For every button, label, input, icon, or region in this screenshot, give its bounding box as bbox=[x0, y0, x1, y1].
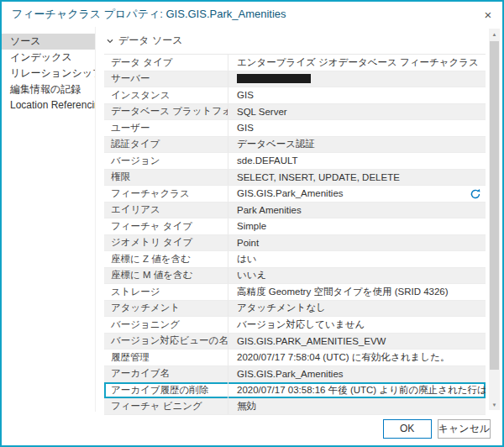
row-value: GIS bbox=[228, 87, 486, 103]
row-value: 2020/07/17 03:58:16 午後 (UTC) より前の廃止された行は… bbox=[228, 382, 486, 398]
row-label: 認証タイプ bbox=[104, 137, 228, 153]
table-row: インスタンスGIS bbox=[104, 87, 486, 104]
table-row: サーバー bbox=[104, 71, 486, 88]
row-label: データベース プラットフォーム bbox=[104, 104, 228, 120]
scrollbar[interactable]: ▲ ▼ bbox=[489, 29, 500, 410]
row-label: 座標に M 値を含む bbox=[104, 268, 228, 284]
row-label: ジオメトリ タイプ bbox=[104, 235, 228, 251]
dialog-footer: OK キャンセル bbox=[2, 412, 502, 445]
row-value: アタッチメントなし bbox=[228, 301, 486, 317]
row-label: ストレージ bbox=[104, 284, 228, 300]
section-title: データ ソース bbox=[118, 34, 182, 48]
row-value: データベース認証 bbox=[228, 137, 486, 153]
table-row: バージョンsde.DEFAULT bbox=[104, 153, 486, 170]
table-row: エイリアスPark Amenities bbox=[104, 202, 486, 219]
cancel-button[interactable]: キャンセル bbox=[438, 419, 491, 439]
sidebar-item-editor-tracking[interactable]: 編集情報の記録 bbox=[2, 82, 95, 97]
chevron-down-icon bbox=[106, 37, 114, 45]
row-label: 座標に Z 値を含む bbox=[104, 251, 228, 267]
row-value: バージョン対応していません bbox=[228, 317, 486, 333]
table-row: データベース プラットフォームSQL Server bbox=[104, 104, 486, 121]
dialog-title: フィーチャクラス プロパティ: GIS.GIS.Park_Amenities bbox=[12, 7, 286, 22]
row-label: アーカイブ履歴の削除 bbox=[104, 382, 228, 398]
row-value bbox=[228, 71, 486, 87]
row-label: サーバー bbox=[104, 71, 228, 87]
dialog-body: ソースインデックスリレーションシップ編集情報の記録Location Refere… bbox=[2, 27, 502, 412]
table-row: アタッチメントアタッチメントなし bbox=[104, 301, 486, 318]
row-label: インスタンス bbox=[104, 87, 228, 103]
row-label: フィーチャ ビニング bbox=[104, 399, 228, 415]
sidebar-item-indexes[interactable]: インデックス bbox=[2, 50, 95, 66]
feature-class-properties-dialog: フィーチャクラス プロパティ: GIS.GIS.Park_Amenities ×… bbox=[0, 0, 504, 447]
row-label: ユーザー bbox=[104, 120, 228, 136]
table-row: 認証タイプデータベース認証 bbox=[104, 137, 486, 154]
row-label: バージョニング bbox=[104, 317, 228, 333]
table-row: アーカイブ名GIS.GIS.Park_Amenities bbox=[104, 366, 486, 383]
row-label: アーカイブ名 bbox=[104, 366, 228, 382]
table-row: フィーチャ ビニング無効 bbox=[104, 399, 486, 416]
row-label: アタッチメント bbox=[104, 301, 228, 317]
row-value: Point bbox=[228, 235, 486, 251]
table-row: ユーザーGIS bbox=[104, 120, 486, 137]
row-label: フィーチャクラス bbox=[104, 186, 228, 202]
row-value: GIS bbox=[228, 120, 486, 136]
row-value: 2020/07/17 7:58:04 (UTC) に有効化されました。 bbox=[228, 350, 486, 365]
table-row: 座標に Z 値を含むはい bbox=[104, 251, 486, 268]
row-value: GIS.GIS.Park_Amenities bbox=[228, 186, 486, 202]
row-value: いいえ bbox=[228, 268, 486, 284]
title-bar: フィーチャクラス プロパティ: GIS.GIS.Park_Amenities × bbox=[2, 2, 502, 27]
table-row: 履歴管理2020/07/17 7:58:04 (UTC) に有効化されました。 bbox=[104, 350, 486, 366]
row-value: 高精度 Geometry 空間タイプを使用 (SRID 4326) bbox=[228, 284, 486, 300]
table-row: 権限SELECT, INSERT, UPDATE, DELETE bbox=[104, 170, 486, 187]
table-row: フィーチャクラスGIS.GIS.Park_Amenities bbox=[104, 186, 486, 202]
table-row: バージョニングバージョン対応していません bbox=[104, 317, 486, 334]
row-label: エイリアス bbox=[104, 202, 228, 218]
row-value: GIS.GIS.Park_Amenities bbox=[228, 366, 486, 382]
row-label: フィーチャ タイプ bbox=[104, 218, 228, 234]
row-value: SQL Server bbox=[228, 104, 486, 120]
ok-button[interactable]: OK bbox=[383, 419, 432, 439]
scroll-up-icon[interactable]: ▲ bbox=[489, 29, 500, 39]
table-row: 座標に M 値を含むいいえ bbox=[104, 268, 486, 285]
sidebar: ソースインデックスリレーションシップ編集情報の記録Location Refere… bbox=[2, 27, 96, 412]
refresh-icon[interactable] bbox=[470, 188, 481, 200]
row-value: Simple bbox=[228, 218, 486, 234]
sidebar-item-source[interactable]: ソース bbox=[2, 34, 95, 50]
properties-table: データ タイプエンタープライズ ジオデータベース フィーチャクラスサーバーインス… bbox=[104, 54, 486, 415]
row-value: Park Amenities bbox=[228, 202, 486, 218]
table-row: ジオメトリ タイプPoint bbox=[104, 235, 486, 252]
row-value: sde.DEFAULT bbox=[228, 153, 486, 169]
row-label: 履歴管理 bbox=[104, 350, 228, 365]
redacted-value bbox=[237, 74, 311, 83]
scroll-down-icon[interactable]: ▼ bbox=[489, 399, 500, 410]
row-value: SELECT, INSERT, UPDATE, DELETE bbox=[228, 170, 486, 186]
table-row: バージョン対応ビューの名前GIS.GIS.PARK_AMENITIES_EVW bbox=[104, 334, 486, 350]
row-value: 無効 bbox=[228, 399, 486, 415]
main-panel: データ ソース データ タイプエンタープライズ ジオデータベース フィーチャクラ… bbox=[96, 27, 502, 412]
row-label: バージョン bbox=[104, 153, 228, 169]
table-row: ストレージ高精度 Geometry 空間タイプを使用 (SRID 4326) bbox=[104, 284, 486, 301]
row-value: はい bbox=[228, 251, 486, 267]
sidebar-item-location-referencing[interactable]: Location Referencing bbox=[2, 97, 95, 113]
scrollbar-thumb[interactable] bbox=[490, 41, 499, 370]
sidebar-item-relationships[interactable]: リレーションシップ bbox=[2, 66, 95, 82]
table-row: データ タイプエンタープライズ ジオデータベース フィーチャクラス bbox=[104, 55, 486, 71]
table-row: アーカイブ履歴の削除2020/07/17 03:58:16 午後 (UTC) よ… bbox=[104, 382, 486, 399]
row-label: バージョン対応ビューの名前 bbox=[104, 334, 228, 350]
row-value: GIS.GIS.PARK_AMENITIES_EVW bbox=[228, 334, 486, 350]
row-label: データ タイプ bbox=[104, 55, 228, 71]
row-value: エンタープライズ ジオデータベース フィーチャクラス bbox=[228, 55, 486, 71]
data-source-section-header[interactable]: データ ソース bbox=[104, 34, 486, 48]
row-label: 権限 bbox=[104, 170, 228, 186]
table-row: フィーチャ タイプSimple bbox=[104, 218, 486, 235]
close-icon[interactable]: × bbox=[474, 2, 502, 27]
